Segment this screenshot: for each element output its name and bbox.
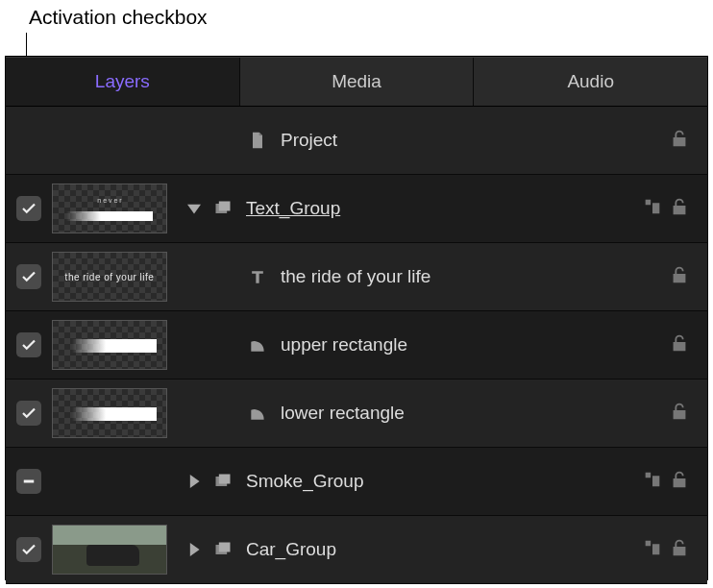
lock-icon[interactable] [669,537,690,562]
row-label: upper rectangle [281,334,669,355]
svg-rect-1 [219,202,231,211]
lock-icon[interactable] [669,264,690,289]
tab-audio[interactable]: Audio [474,58,707,106]
filter-flag-icon[interactable] [642,537,663,562]
document-icon [244,131,271,150]
disclosure-triangle-down-icon[interactable] [179,202,209,215]
group-icon [209,472,236,491]
row-label: Smoke_Group [246,471,642,492]
lock-icon[interactable] [669,469,690,494]
group-icon [209,199,236,218]
row-lower-rectangle[interactable]: lower rectangle [6,380,707,448]
lock-icon[interactable] [669,128,690,153]
row-project[interactable]: Project [6,107,707,175]
row-label: Text_Group [246,198,642,219]
svg-rect-2 [24,480,35,483]
activation-checkbox-mixed[interactable] [16,469,41,494]
svg-rect-4 [219,475,231,484]
thumbnail: the ride of your life [52,252,167,302]
tab-media[interactable]: Media [240,58,475,106]
callout-label: Activation checkbox [29,6,208,29]
group-icon [209,540,236,559]
thumbnail [52,525,167,575]
disclosure-triangle-right-icon[interactable] [179,543,209,556]
lock-icon[interactable] [669,401,690,426]
row-label: lower rectangle [281,403,669,424]
disclosure-triangle-right-icon[interactable] [179,475,209,488]
shape-icon [244,335,271,355]
layers-panel: Layers Media Audio Project n e v e r [5,56,708,580]
row-label: the ride of your life [281,266,669,287]
activation-checkbox[interactable] [16,401,41,426]
tab-bar: Layers Media Audio [6,57,707,107]
filter-flag-icon[interactable] [642,469,663,494]
thumbnail: n e v e r [52,184,167,233]
row-text-layer[interactable]: the ride of your life the ride of your l… [6,243,707,311]
activation-checkbox[interactable] [16,196,41,221]
row-text-group[interactable]: n e v e r Text_Group [6,175,707,243]
text-icon [244,267,271,286]
activation-checkbox[interactable] [16,332,41,357]
svg-rect-6 [219,543,231,552]
row-label: Project [281,130,669,151]
row-car-group[interactable]: Car_Group [6,516,707,584]
row-label: Car_Group [246,539,642,560]
shape-icon [244,404,271,423]
filter-flag-icon[interactable] [642,196,663,221]
lock-icon[interactable] [669,332,690,357]
lock-icon[interactable] [669,196,690,221]
thumbnail [52,320,167,370]
thumbnail [52,388,167,438]
activation-checkbox[interactable] [16,537,41,562]
activation-checkbox[interactable] [16,264,41,289]
row-smoke-group[interactable]: Smoke_Group [6,448,707,516]
tab-layers[interactable]: Layers [6,58,240,106]
row-upper-rectangle[interactable]: upper rectangle [6,311,707,380]
